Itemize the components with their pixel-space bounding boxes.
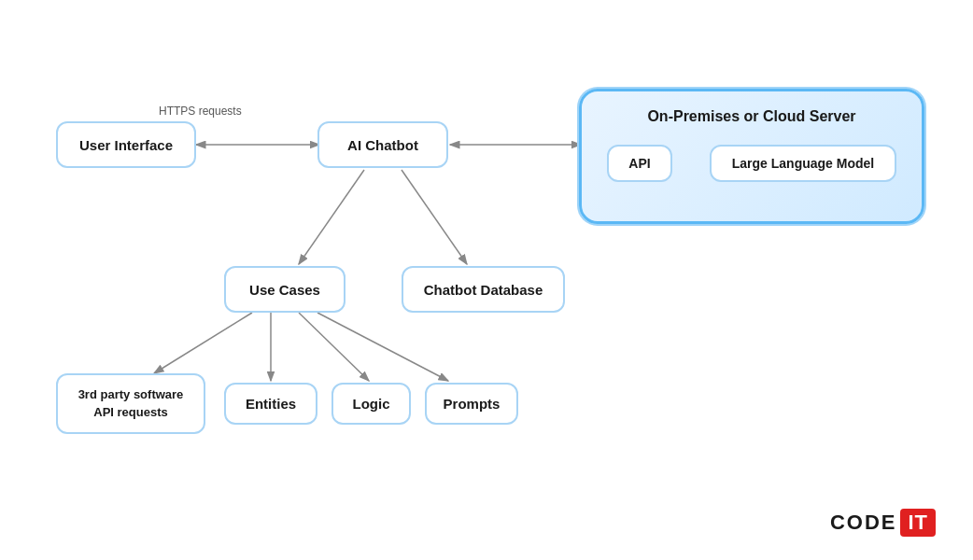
node-third-party: 3rd party software API requests	[56, 373, 205, 434]
svg-line-9	[299, 313, 369, 381]
logo: CODE IT	[830, 509, 936, 537]
svg-line-10	[317, 313, 448, 381]
node-ai-chatbot: AI Chatbot	[317, 121, 448, 168]
diagram-container: HTTPS requests User Interface AI Chatbot…	[0, 0, 973, 560]
node-entities: Entities	[224, 383, 317, 425]
node-prompts: Prompts	[425, 383, 518, 425]
node-llm: Large Language Model	[710, 145, 896, 182]
svg-line-5	[299, 170, 364, 264]
node-logic: Logic	[331, 383, 411, 425]
cloud-server-title: On-Premises or Cloud Server	[582, 108, 922, 125]
svg-line-6	[402, 170, 467, 264]
https-label: HTTPS requests	[159, 105, 242, 118]
logo-code-text: CODE	[830, 511, 897, 535]
node-api: API	[607, 145, 672, 182]
node-chatbot-database: Chatbot Database	[402, 266, 565, 313]
logo-it-text: IT	[900, 509, 936, 537]
node-use-cases: Use Cases	[224, 266, 345, 313]
svg-line-7	[154, 313, 252, 373]
node-user-interface: User Interface	[56, 121, 196, 168]
